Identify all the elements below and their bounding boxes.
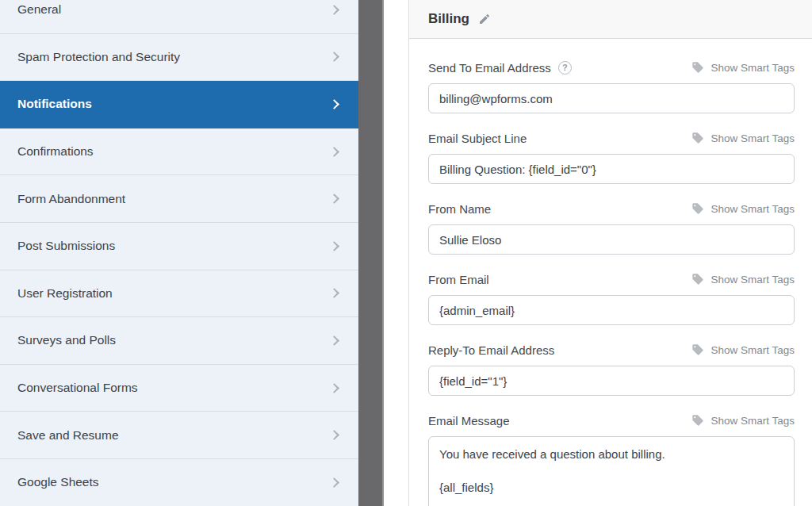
wpforms-settings-screen: General Spam Protection and Security Not… (0, 0, 812, 506)
sidebar-item-google-sheets[interactable]: Google Sheets (0, 459, 358, 506)
tag-icon (691, 414, 704, 427)
reply-to-field-group: Reply-To Email Address Show Smart Tags (428, 342, 795, 396)
tag-icon (691, 202, 704, 215)
show-smart-tags-link[interactable]: Show Smart Tags (691, 343, 795, 356)
show-smart-tags-link[interactable]: Show Smart Tags (691, 132, 795, 144)
sidebar-item-label: General (17, 2, 61, 17)
show-smart-tags-label: Show Smart Tags (710, 132, 795, 144)
chevron-right-icon (329, 99, 339, 109)
show-smart-tags-link[interactable]: Show Smart Tags (691, 414, 795, 427)
sidebar-item-label: Notifications (17, 97, 92, 111)
show-smart-tags-label: Show Smart Tags (710, 344, 795, 356)
email-subject-field-group: Email Subject Line Show Smart Tags (428, 130, 795, 184)
sidebar-item-label: Spam Protection and Security (17, 50, 180, 64)
email-message-field-group: Email Message Show Smart Tags You have r… (428, 412, 795, 506)
field-label: From Email (428, 273, 489, 286)
sidebar-item-surveys-and-polls[interactable]: Surveys and Polls (0, 317, 358, 365)
notifications-settings-panel: Billing Send To Email Address ? Show Sma… (408, 0, 812, 506)
sidebar-item-label: Save and Resume (17, 428, 119, 443)
show-smart-tags-link[interactable]: Show Smart Tags (691, 273, 795, 286)
sidebar-item-label: Post Submissions (17, 239, 115, 253)
sidebar-item-post-submissions[interactable]: Post Submissions (0, 223, 358, 270)
chevron-right-icon (329, 477, 339, 488)
field-head: Reply-To Email Address Show Smart Tags (428, 342, 795, 358)
from-email-input[interactable] (428, 295, 795, 325)
field-head: From Name Show Smart Tags (428, 201, 795, 217)
panel-scrollbar[interactable] (358, 0, 384, 506)
settings-nav-list: General Spam Protection and Security Not… (0, 0, 358, 506)
sidebar-item-form-abandonment[interactable]: Form Abandonment (0, 175, 358, 223)
chevron-right-icon (329, 430, 339, 440)
sidebar-item-spam-protection-and-security[interactable]: Spam Protection and Security (0, 34, 358, 82)
show-smart-tags-label: Show Smart Tags (710, 62, 795, 74)
sidebar-item-label: Google Sheets (17, 475, 99, 489)
show-smart-tags-link[interactable]: Show Smart Tags (691, 202, 795, 215)
sidebar-item-save-and-resume[interactable]: Save and Resume (0, 412, 358, 459)
field-label: Reply-To Email Address (428, 343, 554, 357)
field-head: Email Subject Line Show Smart Tags (428, 130, 795, 146)
panel-gutter (384, 0, 408, 506)
sidebar-item-confirmations[interactable]: Confirmations (0, 128, 358, 176)
chevron-right-icon (329, 147, 339, 157)
show-smart-tags-label: Show Smart Tags (710, 415, 795, 427)
sidebar-item-conversational-forms[interactable]: Conversational Forms (0, 365, 358, 412)
field-head: Email Message Show Smart Tags (428, 412, 795, 428)
field-head: Send To Email Address ? Show Smart Tags (428, 59, 795, 75)
chevron-right-icon (329, 288, 339, 298)
field-label: Email Message (428, 414, 510, 427)
tag-icon (691, 343, 704, 356)
field-head: From Email Show Smart Tags (428, 271, 795, 287)
chevron-right-icon (329, 194, 339, 204)
notification-fields: Send To Email Address ? Show Smart Tags … (409, 39, 812, 506)
settings-sidebar: General Spam Protection and Security Not… (0, 0, 358, 506)
help-icon[interactable]: ? (558, 61, 572, 75)
from-name-field-group: From Name Show Smart Tags (428, 201, 795, 255)
chevron-right-icon (329, 241, 339, 251)
reply-to-input[interactable] (428, 366, 795, 396)
chevron-right-icon (329, 383, 339, 393)
notification-title: Billing (428, 11, 469, 27)
edit-pencil-icon[interactable] (478, 13, 491, 25)
sidebar-item-label: Surveys and Polls (17, 333, 116, 347)
send-to-email-input[interactable] (428, 83, 795, 113)
field-label: Send To Email Address (428, 61, 551, 75)
from-name-input[interactable] (428, 224, 795, 255)
sidebar-item-label: Confirmations (17, 144, 94, 159)
show-smart-tags-label: Show Smart Tags (710, 203, 795, 215)
tag-icon (691, 61, 704, 74)
chevron-right-icon (329, 335, 339, 346)
show-smart-tags-label: Show Smart Tags (710, 274, 795, 286)
chevron-right-icon (329, 52, 339, 63)
sidebar-item-label: Form Abandonment (17, 192, 125, 206)
from-email-field-group: From Email Show Smart Tags (428, 271, 795, 325)
email-subject-input[interactable] (428, 154, 795, 184)
sidebar-item-label: Conversational Forms (17, 381, 138, 395)
tag-icon (691, 132, 704, 144)
show-smart-tags-link[interactable]: Show Smart Tags (691, 61, 795, 74)
field-label: Email Subject Line (428, 132, 527, 145)
notification-header: Billing (409, 0, 812, 39)
sidebar-item-general[interactable]: General (0, 0, 358, 34)
tag-icon (691, 273, 704, 286)
sidebar-item-user-registration[interactable]: User Registration (0, 270, 358, 318)
sidebar-item-notifications[interactable]: Notifications (0, 81, 358, 128)
email-message-input[interactable]: You have received a question about billi… (428, 436, 795, 506)
send-to-email-field-group: Send To Email Address ? Show Smart Tags (428, 59, 795, 113)
chevron-right-icon (329, 5, 339, 15)
field-label: From Name (428, 202, 491, 216)
sidebar-item-label: User Registration (17, 286, 113, 301)
